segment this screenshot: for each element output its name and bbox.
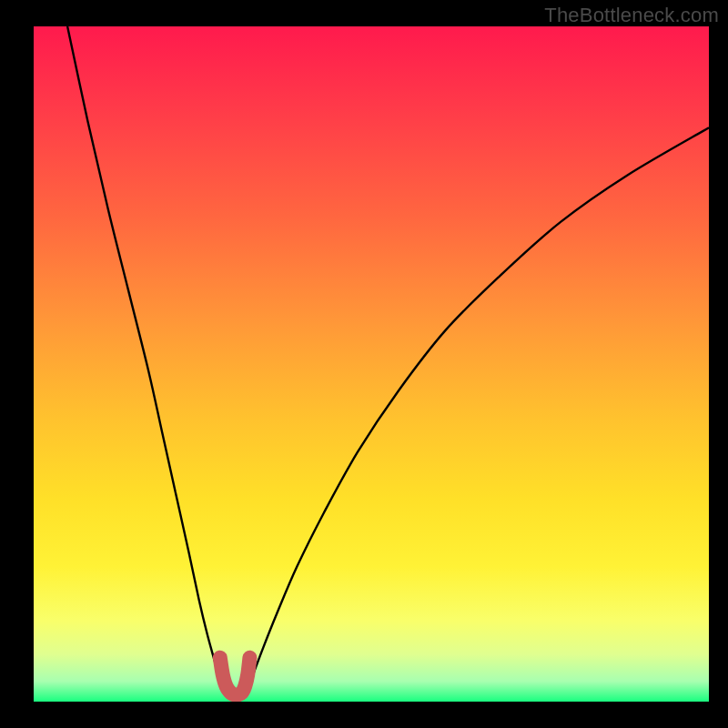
plot-area xyxy=(34,26,709,702)
chart-svg xyxy=(34,26,709,702)
curve-right-branch xyxy=(247,127,709,693)
curve-left-branch xyxy=(67,26,224,693)
watermark-text: TheBottleneck.com xyxy=(544,4,719,27)
valley-marker xyxy=(220,658,250,695)
chart-frame: TheBottleneck.com xyxy=(0,0,728,728)
